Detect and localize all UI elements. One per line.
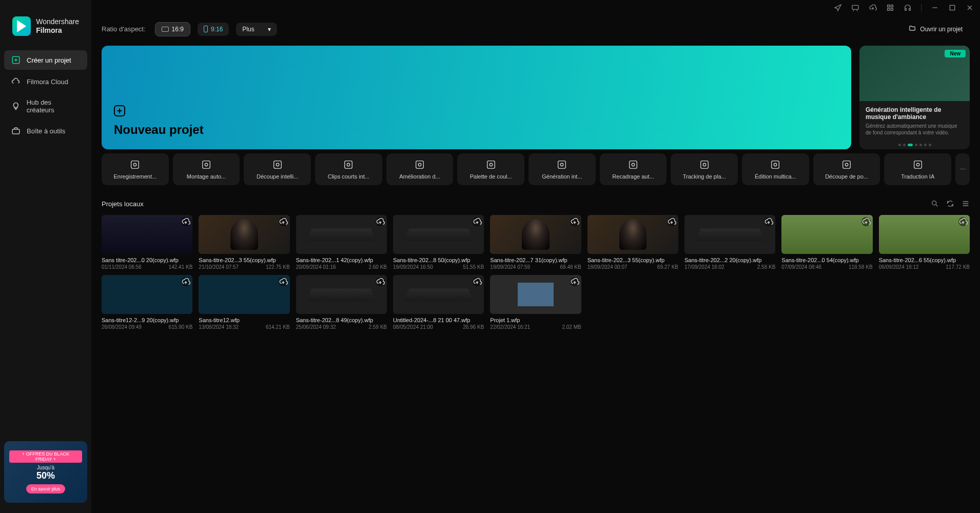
tool-label: Amélioration d... [399, 173, 440, 180]
ratio-16-9[interactable]: 16:9 [155, 22, 190, 36]
project-card[interactable]: Sans-titre-202...2 20(copy).wfp 17/09/20… [684, 215, 775, 270]
svg-rect-28 [772, 161, 779, 169]
project-card[interactable]: Projet 1.wfp 22/02/2024 16:21 2.02 MB [490, 275, 581, 330]
cloud-upload-icon[interactable] [376, 277, 385, 286]
cloud-upload-icon[interactable] [861, 217, 871, 226]
cloud-upload-icon[interactable] [764, 217, 773, 226]
cloud-upload-icon[interactable] [473, 217, 482, 226]
project-date: 01/11/2024 06:56 [102, 264, 142, 270]
project-card[interactable]: Sans-titre-202...3 55(copy).wfp 18/09/20… [587, 215, 678, 270]
tool-enregistrement[interactable]: Enregistrement... [102, 153, 169, 185]
cloud-upload-icon[interactable] [279, 277, 288, 286]
project-date: 19/09/2024 16:50 [393, 264, 433, 270]
sidebar-item-toolbox[interactable]: Boîte à outils [4, 121, 87, 141]
headphones-icon[interactable] [904, 4, 912, 12]
project-thumbnail [587, 215, 678, 254]
ratio-label: 16:9 [172, 26, 184, 33]
project-card[interactable]: Sans-titre12.wfp 13/08/2024 18:32 614.21… [199, 275, 289, 330]
feedback-icon[interactable] [851, 4, 859, 12]
cloud-upload-icon[interactable] [376, 217, 385, 226]
cloud-upload-icon[interactable] [181, 277, 190, 286]
promo-banner[interactable]: + OFFRES DU BLACK FRIDAY + Jusqu'à 50% E… [4, 441, 87, 503]
tool-label: Enregistrement... [113, 173, 156, 180]
search-icon[interactable] [931, 200, 939, 208]
refresh-icon[interactable] [946, 200, 954, 208]
carousel-dot[interactable] [929, 144, 931, 146]
project-card[interactable]: Sans-titre12-2...9 20(copy).wfp 26/08/20… [102, 275, 192, 330]
project-card[interactable]: Sans-titre-202...8 50(copy).wfp 19/09/20… [393, 215, 484, 270]
promo-prefix: Jusqu'à [37, 465, 54, 470]
tool-palettedecoul[interactable]: Palette de coul... [457, 153, 524, 185]
send-icon[interactable] [834, 4, 842, 12]
project-card[interactable]: Sans-titre-202...0 54(copy).wfp 07/09/20… [781, 215, 872, 270]
cloud-icon [11, 77, 21, 86]
project-card[interactable]: Sans-titre-202...6 55(copy).wfp 06/09/20… [879, 215, 970, 270]
tool-traductionia[interactable]: Traduction IA [884, 153, 951, 185]
list-view-icon[interactable] [962, 200, 970, 208]
cloud-upload-icon[interactable] [570, 277, 579, 286]
tool-dcoupedepo[interactable]: Découpe de po... [813, 153, 880, 185]
ratio-more-dropdown[interactable]: Plus ▾ [236, 23, 277, 36]
cloud-upload-icon[interactable] [667, 217, 676, 226]
cloud-upload-icon[interactable] [473, 277, 482, 286]
promo-discount: 50% [36, 470, 55, 481]
svg-point-23 [561, 163, 564, 166]
sidebar-item-creators-hub[interactable]: Hub des créateurs [4, 93, 87, 119]
carousel-dot[interactable] [924, 144, 927, 146]
ratio-label: 9:16 [211, 26, 223, 33]
project-thumbnail [296, 215, 387, 254]
new-project-card[interactable]: + Nouveau projet [102, 46, 851, 149]
tool-montageauto[interactable]: Montage auto... [173, 153, 240, 185]
svg-rect-7 [905, 8, 907, 10]
sidebar-item-create-project[interactable]: Créer un projet [4, 50, 87, 70]
sidebar-item-cloud[interactable]: Filmora Cloud [4, 72, 87, 91]
project-card[interactable]: Sans-titre-202...3 55(copy).wfp 21/10/20… [199, 215, 289, 270]
project-card[interactable]: Sans-titre-202...1 42(copy).wfp 20/09/20… [296, 215, 387, 270]
svg-rect-14 [273, 161, 281, 169]
tool-icon [912, 159, 924, 170]
tool-label: Édition multica... [755, 173, 796, 180]
feature-carousel-card[interactable]: New Génération intelligente de musique d… [859, 46, 970, 149]
project-card[interactable]: Untitled-2024-...8 21 00 47.wfp 08/05/20… [393, 275, 484, 330]
svg-rect-2 [852, 5, 858, 9]
project-card[interactable]: Sans-titre-202...8 49(copy).wfp 25/06/20… [296, 275, 387, 330]
tool-dcoupeintelli[interactable]: Découpe intelli... [244, 153, 311, 185]
apps-icon[interactable] [886, 4, 894, 12]
maximize-icon[interactable] [948, 4, 956, 12]
app-logo: Wondershare Filmora [4, 4, 87, 50]
tool-recadrageaut[interactable]: Recadrage aut... [600, 153, 667, 185]
tool-icon [699, 159, 710, 170]
upload-cloud-icon[interactable] [869, 4, 877, 12]
project-date: 25/06/2024 09:32 [296, 324, 336, 330]
project-thumbnail [684, 215, 775, 254]
carousel-dot[interactable] [908, 144, 913, 146]
tool-more[interactable]: ⋯ [955, 153, 970, 185]
cloud-upload-icon[interactable] [570, 217, 579, 226]
tool-trackingdepla[interactable]: Tracking de pla... [671, 153, 738, 185]
project-size: 117.72 KB [946, 264, 970, 270]
tool-amliorationd[interactable]: Amélioration d... [386, 153, 454, 185]
minimize-icon[interactable] [931, 4, 939, 12]
svg-rect-8 [909, 8, 911, 10]
tool-gnrationint[interactable]: Génération int... [528, 153, 596, 185]
project-date: 19/09/2024 07:59 [490, 264, 530, 270]
carousel-dot[interactable] [903, 144, 906, 146]
cloud-upload-icon[interactable] [958, 217, 968, 226]
tool-clipscourtsint[interactable]: Clips courts int... [315, 153, 382, 185]
cloud-upload-icon[interactable] [181, 217, 190, 226]
carousel-dot[interactable] [898, 144, 901, 146]
project-card[interactable]: Sans-titre-202...7 31(copy).wfp 19/09/20… [490, 215, 581, 270]
tool-ditionmultica[interactable]: Édition multica... [742, 153, 809, 185]
carousel-dots[interactable] [898, 144, 931, 146]
close-icon[interactable] [966, 4, 974, 12]
project-card[interactable]: Sans titre-202...0 20(copy).wfp 01/11/20… [102, 215, 192, 270]
open-project-button[interactable]: Ouvrir un projet [901, 22, 970, 36]
cloud-upload-icon[interactable] [279, 217, 288, 226]
portrait-icon [204, 26, 208, 32]
project-thumbnail [490, 275, 581, 314]
carousel-dot[interactable] [919, 144, 922, 146]
carousel-dot[interactable] [915, 144, 917, 146]
feature-title: Génération intelligente de musique d'amb… [866, 106, 964, 121]
ratio-9-16[interactable]: 9:16 [198, 23, 229, 36]
landscape-icon [162, 27, 169, 32]
